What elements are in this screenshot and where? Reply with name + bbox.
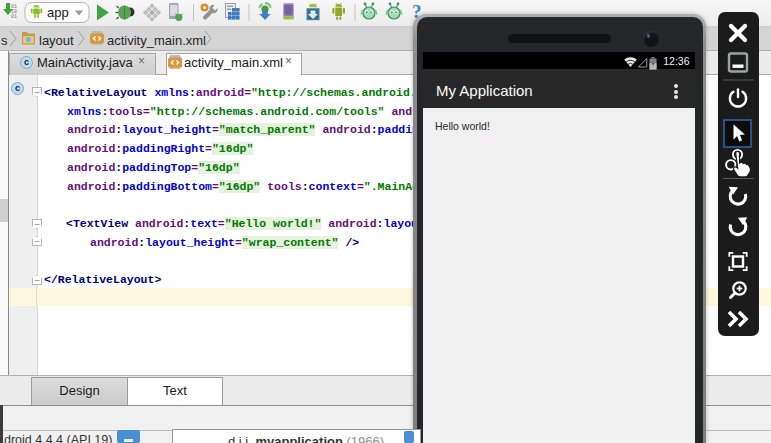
svg-text:app: app	[47, 5, 69, 20]
svg-text:01: 01	[11, 14, 17, 20]
